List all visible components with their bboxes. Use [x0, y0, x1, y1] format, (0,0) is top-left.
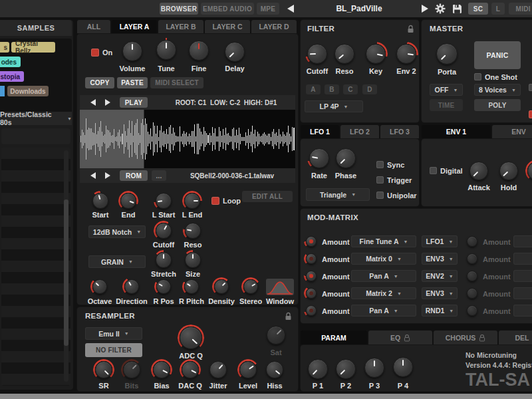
density-knob[interactable]	[214, 279, 229, 294]
copy-button[interactable]: COPY	[85, 77, 114, 88]
save-button[interactable]	[451, 3, 463, 14]
time-button[interactable]: TIME	[430, 99, 463, 111]
lfo-waveform-dropdown[interactable]: Triangle ▼	[306, 188, 370, 201]
tab-delay[interactable]: DEL	[499, 331, 532, 344]
lfo-unipolar-checkbox[interactable]	[376, 192, 384, 199]
paste-button[interactable]: PASTE	[117, 77, 148, 88]
mod-amount-knob-2[interactable]	[306, 253, 317, 264]
mod-source-dropdown-2[interactable]: ENV3▼	[422, 253, 458, 265]
midi-select-button[interactable]: MIDI SELECT	[150, 77, 203, 88]
p4-knob[interactable]	[393, 357, 413, 377]
mod-source-dropdown-5[interactable]: RND1▼	[422, 305, 458, 317]
bits-knob[interactable]	[123, 361, 140, 378]
rom-next-button[interactable]	[105, 172, 110, 179]
filter-reso-knob[interactable]	[334, 44, 354, 64]
env-digital-checkbox[interactable]	[430, 167, 437, 174]
voices-dropdown[interactable]: 8 Voices ▼	[474, 84, 521, 96]
porta-knob[interactable]	[436, 43, 458, 65]
sat-knob[interactable]	[267, 326, 285, 344]
edit-all-button[interactable]: EDIT ALL	[242, 191, 293, 202]
tab-lfo-3[interactable]: LFO 3	[380, 125, 419, 138]
settings-button[interactable]	[434, 3, 446, 14]
tab-env-1[interactable]: ENV 1	[422, 125, 491, 138]
mpe-button[interactable]: MPE	[257, 3, 279, 15]
tab-layer-c[interactable]: LAYER C	[205, 20, 250, 33]
p1-knob[interactable]	[308, 359, 328, 379]
mod-amount2-knob-1[interactable]	[467, 236, 477, 247]
mod-amount2-knob-4[interactable]	[467, 288, 477, 299]
mod-dest2-dropdown-3[interactable]	[513, 270, 532, 282]
layer-filter-type-dropdown[interactable]: 12dB Notch ▼	[88, 225, 146, 238]
mod-dest2-dropdown-5[interactable]	[513, 305, 532, 317]
tab-lfo-2[interactable]: LFO 2	[340, 125, 379, 138]
mod-amount2-knob-3[interactable]	[467, 271, 477, 281]
start-knob[interactable]	[92, 193, 108, 209]
porta-mode-dropdown[interactable]: OFF ▼	[430, 84, 463, 96]
scrollbar-track[interactable]	[64, 150, 68, 382]
octave-knob[interactable]	[92, 279, 107, 294]
mod-dest-dropdown-5[interactable]: Pan A▼	[351, 305, 416, 317]
bias-knob[interactable]	[153, 361, 170, 378]
sample-next-button[interactable]	[105, 99, 110, 106]
embed-audio-button[interactable]: EMBED AUDIO	[201, 3, 254, 15]
mod-source-dropdown-3[interactable]: ENV2▼	[422, 270, 458, 282]
end-knob[interactable]	[120, 193, 136, 209]
stereo-knob[interactable]	[243, 279, 258, 294]
loop-checkbox[interactable]	[211, 197, 219, 205]
layer-on-checkbox[interactable]	[91, 49, 99, 57]
tab-layer-b[interactable]: LAYER B	[158, 20, 203, 33]
sample-mode-dropdown[interactable]: GRAIN ▼	[88, 255, 146, 268]
filter-layer-c-button[interactable]: C	[343, 84, 358, 94]
play-button[interactable]: PLAY	[120, 97, 148, 108]
filter-layer-a-button[interactable]: A	[306, 84, 321, 94]
filter-cutoff-knob[interactable]	[307, 44, 327, 64]
tag-odes[interactable]: odes	[0, 57, 21, 67]
tag-downloads[interactable]: Downloads	[7, 86, 49, 96]
midi-learn-button[interactable]: MIDI LE	[509, 3, 532, 15]
mod-amount-knob-3[interactable]	[306, 271, 317, 281]
preset-prev-button[interactable]	[285, 3, 297, 14]
tab-param[interactable]: PARAM	[301, 331, 367, 344]
layer-cutoff-knob[interactable]	[156, 223, 172, 239]
window-shape-display[interactable]	[266, 279, 294, 295]
rpos-knob[interactable]	[156, 279, 171, 294]
no-filter-button[interactable]: NO FILTER	[85, 343, 142, 357]
stretch-knob[interactable]	[156, 252, 172, 268]
adc-q-knob[interactable]	[180, 327, 202, 349]
mod-dest-dropdown-2[interactable]: Matrix 0▼	[351, 253, 416, 265]
delay-knob[interactable]	[225, 42, 245, 62]
rom-button[interactable]: ROM	[120, 170, 148, 181]
rpitch-knob[interactable]	[184, 279, 199, 294]
lfo-sync-checkbox[interactable]	[376, 161, 384, 168]
mod-dest-dropdown-4[interactable]: Matrix 2▼	[351, 287, 416, 299]
tab-layer-d[interactable]: LAYER D	[251, 20, 297, 33]
rom-prev-button[interactable]	[90, 172, 96, 179]
mod-dest2-dropdown-1[interactable]	[513, 235, 532, 247]
filter-env2-knob[interactable]	[396, 44, 416, 64]
env-hold-knob[interactable]	[499, 162, 518, 180]
volume-knob[interactable]	[122, 41, 142, 61]
tab-layer-a[interactable]: LAYER A	[112, 20, 157, 33]
filter-key-knob[interactable]	[366, 44, 386, 64]
cutoff-edge-checkbox[interactable]	[529, 84, 532, 91]
preset-name[interactable]: BL_PadVille	[303, 4, 416, 13]
preset-next-button[interactable]	[419, 3, 431, 14]
browser-button[interactable]: BROWSER	[160, 3, 198, 15]
fine-knob[interactable]	[189, 41, 209, 61]
mod-source-dropdown-1[interactable]: LFO1▼	[422, 235, 458, 247]
tab-lfo-1[interactable]: LFO 1	[301, 125, 339, 138]
lfo-phase-knob[interactable]	[336, 148, 356, 168]
sample-prev-button[interactable]	[90, 99, 96, 106]
sr-knob[interactable]	[95, 361, 112, 378]
mod-dest2-dropdown-2[interactable]	[513, 253, 532, 265]
layer-reso-knob[interactable]	[185, 223, 201, 239]
poly-button[interactable]: POLY	[474, 99, 521, 111]
resampler-model-dropdown[interactable]: Emu II ▼	[85, 327, 142, 340]
tab-chorus[interactable]: CHORUS	[434, 331, 497, 344]
loop-end-knob[interactable]	[184, 193, 200, 209]
direction-knob[interactable]	[124, 279, 139, 294]
tab-env-2[interactable]: ENV	[492, 125, 532, 138]
env-edge-knob[interactable]	[527, 162, 532, 180]
env-attack-knob[interactable]	[469, 162, 488, 180]
filter-layer-d-button[interactable]: D	[362, 84, 377, 94]
